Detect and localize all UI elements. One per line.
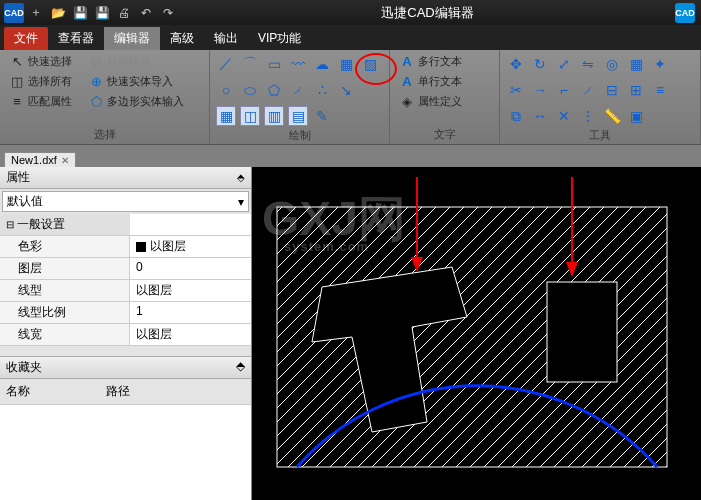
polygon-icon: ⬠ xyxy=(88,93,104,109)
wipeout-icon[interactable]: ▤ xyxy=(288,106,308,126)
block-editor-button: ▦块编辑器 xyxy=(85,52,154,70)
cloud-icon[interactable]: ☁ xyxy=(312,54,332,74)
block-insert-icon[interactable]: ◫ xyxy=(240,106,260,126)
properties-title: 属性 xyxy=(6,169,30,186)
ribbon-group-draw: ／ ⌒ ▭ 〰 ☁ ▦ ▨ ○ ⬭ ⬠ ⟋ ∴ ↘ ▦ ◫ ▥ ▤ ✎ xyxy=(210,50,390,144)
prop-linetype[interactable]: 线型以图层 xyxy=(0,280,251,302)
app-badge: CAD xyxy=(4,3,24,23)
line-icon[interactable]: ／ xyxy=(216,54,236,74)
ribbon-label-text: 文字 xyxy=(396,125,493,142)
mirror-icon[interactable]: ⇋ xyxy=(578,54,598,74)
stext-icon: A xyxy=(399,73,415,89)
fillet-icon[interactable]: ⌐ xyxy=(554,80,574,100)
pin-icon[interactable]: ⬘ xyxy=(236,359,245,376)
cursor-icon: ↖ xyxy=(9,53,25,69)
title-bar: CAD ＋ 📂 💾 💾 🖨 ↶ ↷ 迅捷CAD编辑器 CAD xyxy=(0,0,701,25)
tab-viewer[interactable]: 查看器 xyxy=(48,27,104,50)
scale-icon[interactable]: ⤢ xyxy=(554,54,574,74)
offset-icon[interactable]: ◎ xyxy=(602,54,622,74)
cad-right-badge[interactable]: CAD xyxy=(675,3,695,23)
chamfer-icon[interactable]: ⟋ xyxy=(578,80,598,100)
doc-tab-label: New1.dxf xyxy=(11,154,57,166)
workspace: 属性 ⬘ 默认值 ▾ ⊟ 一般设置 色彩以图层 图层0 线型以图层 线型比例1 … xyxy=(0,167,701,500)
break-icon[interactable]: ⊟ xyxy=(602,80,622,100)
print-icon[interactable]: 🖨 xyxy=(114,3,134,23)
tab-file[interactable]: 文件 xyxy=(4,27,48,50)
prop-lineweight[interactable]: 线宽以图层 xyxy=(0,324,251,346)
hatch-solid-icon[interactable]: ▦ xyxy=(336,54,356,74)
stretch-icon[interactable]: ↔ xyxy=(530,106,550,126)
saveas-icon[interactable]: 💾 xyxy=(92,3,112,23)
pin-icon[interactable]: ⬘ xyxy=(237,172,245,183)
select-all-icon: ◫ xyxy=(9,73,25,89)
drawing-canvas[interactable]: GXJ网 system.com xyxy=(252,167,701,500)
rotate-icon[interactable]: ↻ xyxy=(530,54,550,74)
mtext-button[interactable]: A多行文本 xyxy=(396,52,493,70)
extend-icon[interactable]: → xyxy=(530,80,550,100)
measure-icon[interactable]: 📏 xyxy=(602,106,622,126)
import-icon: ⊕ xyxy=(88,73,104,89)
explode-icon[interactable]: ✦ xyxy=(650,54,670,74)
selection-dropdown[interactable]: 默认值 ▾ xyxy=(2,191,249,212)
tab-vip[interactable]: VIP功能 xyxy=(248,27,311,50)
close-icon[interactable]: ✕ xyxy=(61,155,69,166)
fav-col-path: 路径 xyxy=(100,381,136,402)
drawing-svg xyxy=(252,167,701,500)
quick-select-button[interactable]: ↖快速选择 xyxy=(6,52,75,70)
prop-ltscale[interactable]: 线型比例1 xyxy=(0,302,251,324)
erase-icon[interactable]: ✕ xyxy=(554,106,574,126)
arc-icon[interactable]: ⌒ xyxy=(240,54,260,74)
favorites-title: 收藏夹 xyxy=(6,359,42,376)
tab-advanced[interactable]: 高级 xyxy=(160,27,204,50)
save-icon[interactable]: 💾 xyxy=(70,3,90,23)
open-icon[interactable]: 📂 xyxy=(48,3,68,23)
undo-icon[interactable]: ↶ xyxy=(136,3,156,23)
group-icon[interactable]: ▣ xyxy=(626,106,646,126)
spline-icon[interactable]: 〰 xyxy=(288,54,308,74)
doc-tab[interactable]: New1.dxf ✕ xyxy=(4,152,76,167)
tab-output[interactable]: 输出 xyxy=(204,27,248,50)
point-icon[interactable]: ∴ xyxy=(312,80,332,100)
redo-icon[interactable]: ↷ xyxy=(158,3,178,23)
trim-icon[interactable]: ✂ xyxy=(506,80,526,100)
join-icon[interactable]: ⊞ xyxy=(626,80,646,100)
ribbon-group-text: A多行文本 A单行文本 ◈属性定义 文字 xyxy=(390,50,500,144)
prop-color[interactable]: 色彩以图层 xyxy=(0,236,251,258)
polyline-icon[interactable]: ⟋ xyxy=(288,80,308,100)
property-list: ⊟ 一般设置 色彩以图层 图层0 线型以图层 线型比例1 线宽以图层 xyxy=(0,214,251,346)
select-all-button[interactable]: ◫选择所有 xyxy=(6,72,75,90)
favorites-header: 收藏夹 ⬘ xyxy=(0,356,251,379)
match-icon: ≡ xyxy=(9,93,25,109)
section-general[interactable]: ⊟ 一般设置 xyxy=(0,214,251,236)
prop-layer[interactable]: 图层0 xyxy=(0,258,251,280)
chevron-down-icon: ▾ xyxy=(238,195,244,209)
properties-panel: 属性 ⬘ 默认值 ▾ ⊟ 一般设置 色彩以图层 图层0 线型以图层 线型比例1 … xyxy=(0,167,252,500)
favorites-columns: 名称 路径 xyxy=(0,379,251,405)
stext-button[interactable]: A单行文本 xyxy=(396,72,493,90)
properties-header: 属性 ⬘ xyxy=(0,167,251,189)
ray-icon[interactable]: ↘ xyxy=(336,80,356,100)
image-icon[interactable]: ▦ xyxy=(216,106,236,126)
new-icon[interactable]: ＋ xyxy=(26,3,46,23)
move-icon[interactable]: ✥ xyxy=(506,54,526,74)
divide-icon[interactable]: ⋮ xyxy=(578,106,598,126)
poly-input-button[interactable]: ⬠多边形实体输入 xyxy=(85,92,187,110)
attrdef-button[interactable]: ◈属性定义 xyxy=(396,92,493,110)
fav-col-name: 名称 xyxy=(0,381,100,402)
ellipse-icon[interactable]: ⬭ xyxy=(240,80,260,100)
array-icon[interactable]: ▦ xyxy=(626,54,646,74)
rect-icon[interactable]: ▭ xyxy=(264,54,284,74)
quick-import-button[interactable]: ⊕快速实体导入 xyxy=(85,72,176,90)
block-icon: ▦ xyxy=(88,53,104,69)
copy-icon[interactable]: ⧉ xyxy=(506,106,526,126)
ribbon-group-select: ↖快速选择 ▦块编辑器 ◫选择所有 ⊕快速实体导入 ≡匹配属性 ⬠多边形实体输入… xyxy=(0,50,210,144)
match-props-button[interactable]: ≡匹配属性 xyxy=(6,92,75,110)
svg-rect-3 xyxy=(277,207,667,467)
region-icon[interactable]: ▥ xyxy=(264,106,284,126)
hatch-pattern-icon[interactable]: ▨ xyxy=(360,54,380,74)
tab-editor[interactable]: 编辑器 xyxy=(104,27,160,50)
circle-icon[interactable]: ○ xyxy=(216,80,236,100)
dropper-icon[interactable]: ✎ xyxy=(312,106,332,126)
align-icon[interactable]: ≡ xyxy=(650,80,670,100)
polygon-icon[interactable]: ⬠ xyxy=(264,80,284,100)
